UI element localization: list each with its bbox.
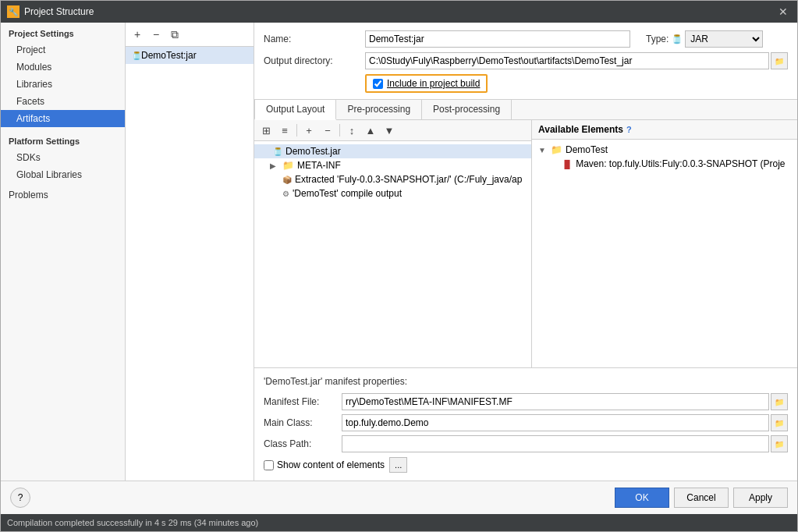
demotest-folder-icon: 📁 [551, 144, 562, 155]
toolbar-separator-1 [296, 124, 297, 137]
main-class-row: Main Class: 📁 [264, 414, 788, 431]
tab-output-layout[interactable]: Output Layout [254, 100, 336, 120]
output-dir-input[interactable] [365, 52, 769, 69]
name-row: Name: Type: 🫙 JAR WAR EAR [264, 30, 788, 48]
dialog-footer: ? OK Cancel Apply [1, 481, 797, 514]
output-dir-browse-button[interactable]: 📁 [771, 52, 788, 69]
sidebar-item-facets[interactable]: Facets [1, 93, 125, 110]
jar-file-icon: 🫙 [273, 147, 282, 156]
output-tree-panel: ⊞ ≡ + − ↕ ▲ ▼ [254, 120, 532, 367]
manifest-title: 'DemoTest.jar' manifest properties: [264, 376, 788, 387]
tree-item-demotestjar[interactable]: 🫙 DemoTest.jar [254, 144, 531, 158]
sidebar-item-sdks[interactable]: SDKs [1, 149, 125, 166]
output-toolbar-btn-up[interactable]: ▲ [362, 122, 379, 138]
tab-pre-processing[interactable]: Pre-processing [336, 100, 422, 119]
available-elements-title: Available Elements [538, 124, 623, 135]
sidebar-item-global-libraries[interactable]: Global Libraries [1, 166, 125, 183]
config-top: Name: Type: 🫙 JAR WAR EAR Output directo… [254, 23, 797, 100]
toolbar-separator-2 [339, 124, 340, 137]
help-button[interactable]: ? [10, 488, 30, 508]
avail-item-label: Maven: top.fuly.Utils:Fuly:0.0.3-SNAPSHO… [576, 158, 785, 169]
output-toolbar-btn-2[interactable]: ≡ [276, 122, 293, 138]
tree-item-label: Extracted 'Fuly-0.0.3-SNAPSHOT.jar/' (C:… [295, 174, 522, 185]
add-artifact-button[interactable]: + [129, 26, 146, 43]
tree-item-label: META-INF [297, 160, 341, 171]
avail-item-demotest[interactable]: ▼ 📁 DemoTest [532, 143, 797, 157]
status-text: Compilation completed successfully in 4 … [7, 518, 258, 527]
avail-item-maven[interactable]: ▐▌ Maven: top.fuly.Utils:Fuly:0.0.3-SNAP… [532, 157, 797, 171]
dialog-title: Project Structure [24, 6, 775, 17]
name-input[interactable] [365, 30, 630, 48]
output-toolbar: ⊞ ≡ + − ↕ ▲ ▼ [254, 120, 531, 141]
class-path-label: Class Path: [264, 438, 342, 449]
artifact-list-panel: + − ⧉ 🫙 DemoTest:jar [126, 23, 254, 481]
copy-artifact-button[interactable]: ⧉ [166, 26, 183, 43]
dialog-icon: 🔧 [7, 5, 20, 18]
sidebar: Project Settings Project Modules Librari… [1, 23, 126, 481]
include-build-checkbox[interactable] [373, 79, 383, 89]
config-panel: Name: Type: 🫙 JAR WAR EAR Output directo… [254, 23, 797, 481]
cancel-button[interactable]: Cancel [674, 488, 729, 508]
type-select[interactable]: JAR WAR EAR [685, 30, 763, 48]
tab-post-processing[interactable]: Post-processing [422, 100, 512, 119]
type-label: Type: [646, 34, 669, 44]
class-path-input[interactable] [342, 435, 769, 452]
right-panel: + − ⧉ 🫙 DemoTest:jar Name: [126, 23, 797, 481]
tree-item-extracted[interactable]: 📦 Extracted 'Fuly-0.0.3-SNAPSHOT.jar/' (… [254, 172, 531, 186]
main-class-input[interactable] [342, 414, 769, 431]
maven-icon: ▐▌ [562, 160, 573, 168]
output-dir-row: Output directory: 📁 [264, 52, 788, 69]
include-build-wrapper: Include in project build [365, 74, 488, 93]
artifact-list: 🫙 DemoTest:jar [126, 47, 254, 481]
apply-button[interactable]: Apply [733, 488, 788, 508]
close-button[interactable]: ✕ [775, 4, 791, 20]
platform-settings-title: Platform Settings [1, 130, 125, 149]
title-bar: 🔧 Project Structure ✕ [1, 1, 797, 23]
output-dir-label: Output directory: [264, 55, 365, 66]
sidebar-item-problems[interactable]: Problems [1, 183, 125, 204]
output-toolbar-btn-remove[interactable]: − [319, 122, 336, 138]
status-bar: Compilation completed successfully in 4 … [1, 514, 797, 531]
output-toolbar-btn-1[interactable]: ⊞ [257, 122, 275, 138]
output-tree: 🫙 DemoTest.jar ▶ 📁 META-INF 📦 [254, 141, 531, 367]
sidebar-item-modules[interactable]: Modules [1, 59, 125, 76]
dialog-body: Project Settings Project Modules Librari… [1, 23, 797, 481]
sidebar-item-project[interactable]: Project [1, 41, 125, 59]
type-icon: 🫙 [672, 34, 683, 44]
show-content-checkbox[interactable] [264, 460, 274, 470]
ok-button[interactable]: OK [615, 488, 669, 508]
artifact-list-item[interactable]: 🫙 DemoTest:jar [126, 47, 254, 64]
sidebar-item-artifacts[interactable]: Artifacts [1, 110, 125, 127]
show-content-label[interactable]: Show content of elements [277, 459, 385, 470]
jar-icon: 🫙 [132, 51, 141, 60]
available-elements-header: Available Elements ? [532, 120, 797, 140]
meta-inf-expander: ▶ [270, 161, 281, 170]
manifest-file-browse-button[interactable]: 📁 [771, 393, 788, 410]
demotest-expander: ▼ [538, 146, 549, 154]
artifact-toolbar: + − ⧉ [126, 23, 254, 47]
available-tree: ▼ 📁 DemoTest ▐▌ Maven: top.fuly.Utils:Fu… [532, 140, 797, 367]
tree-item-label: 'DemoTest' compile output [293, 188, 402, 199]
output-toolbar-btn-sort[interactable]: ↕ [343, 122, 360, 138]
remove-artifact-button[interactable]: − [147, 26, 165, 43]
manifest-file-input[interactable] [342, 393, 769, 410]
extracted-icon: 📦 [282, 176, 292, 184]
available-help-icon[interactable]: ? [626, 125, 632, 134]
class-path-browse-button[interactable]: 📁 [771, 435, 788, 452]
tree-item-meta-inf[interactable]: ▶ 📁 META-INF [254, 158, 531, 172]
manifest-section: 'DemoTest.jar' manifest properties: Mani… [254, 367, 797, 481]
name-label: Name: [264, 34, 365, 44]
more-options-button[interactable]: ... [389, 457, 407, 473]
include-build-label[interactable]: Include in project build [387, 78, 480, 89]
available-elements-panel: Available Elements ? ▼ 📁 DemoTest [532, 120, 797, 367]
folder-icon: 📁 [282, 160, 294, 171]
main-class-browse-button[interactable]: 📁 [771, 414, 788, 431]
project-structure-dialog: 🔧 Project Structure ✕ Project Settings P… [0, 0, 798, 532]
tree-item-compile-output[interactable]: ⚙ 'DemoTest' compile output [254, 186, 531, 200]
sidebar-item-libraries[interactable]: Libraries [1, 76, 125, 93]
class-path-row: Class Path: 📁 [264, 435, 788, 452]
compile-icon: ⚙ [282, 190, 289, 198]
output-toolbar-btn-add[interactable]: + [300, 122, 317, 138]
project-settings-title: Project Settings [1, 23, 125, 41]
output-toolbar-btn-down[interactable]: ▼ [381, 122, 398, 138]
